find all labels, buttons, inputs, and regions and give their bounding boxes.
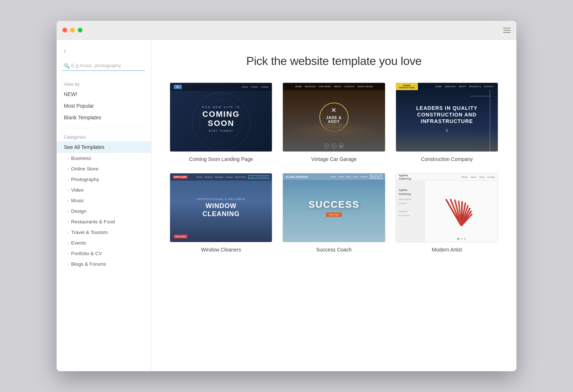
sidebar-item-new[interactable]: NEW!: [57, 88, 151, 100]
view-by-section: View by: [57, 78, 151, 88]
template-card-vintage-car[interactable]: HOMESERVICESOUR WORKABOUTCONTACTBOOK ONL…: [282, 82, 385, 162]
templates-grid: Site HomeTravelsContact OUR NEW SITE IS …: [170, 82, 498, 253]
chevron-right-icon: ›: [68, 251, 69, 256]
template-name-success-coach: Success Coach: [282, 247, 385, 253]
sidebar-item-business[interactable]: › Business: [57, 153, 151, 164]
search-container: 🔍: [62, 61, 145, 71]
chevron-right-icon: ›: [68, 199, 69, 203]
chevron-right-icon: ›: [68, 167, 69, 171]
template-thumbnail-success-coach: ALLEN JOHNSON HomeAboutBlogShopContact B…: [282, 173, 385, 242]
sidebar-item-events[interactable]: › Events: [57, 238, 151, 248]
sidebar-item-see-all[interactable]: See All Templates: [57, 141, 151, 153]
sidebar-item-design[interactable]: › Design: [57, 206, 151, 216]
sidebar-item-travel-tourism[interactable]: › Travel & Tourism: [57, 227, 151, 238]
carousel-dot: [461, 238, 462, 240]
template-thumbnail-construction: SPHERECONSTRUCTIONS HOMESERVICESABOUTPRO…: [396, 82, 498, 152]
template-card-construction[interactable]: SPHERECONSTRUCTIONS HOMESERVICESABOUTPRO…: [396, 82, 498, 162]
template-card-modern-artist[interactable]: AgathaKattelring WorksAboutShopContact A…: [396, 173, 498, 253]
hamburger-menu-icon[interactable]: [503, 28, 511, 33]
template-name-modern-artist: Modern Artist: [396, 247, 498, 253]
minimize-button[interactable]: [70, 28, 75, 32]
chevron-right-icon: ›: [68, 241, 69, 245]
template-card-coming-soon[interactable]: Site HomeTravelsContact OUR NEW SITE IS …: [170, 82, 272, 162]
sidebar-item-photography[interactable]: › Photography: [57, 174, 151, 185]
window-controls: [62, 28, 82, 32]
template-card-success-coach[interactable]: ALLEN JOHNSON HomeAboutBlogShopContact B…: [282, 173, 385, 253]
sidebar-item-most-popular[interactable]: Most Popular: [57, 100, 151, 112]
chevron-right-icon: ›: [68, 209, 69, 214]
template-name-coming-soon: Coming Soon Landing Page: [170, 156, 272, 162]
main-area: Pick the website template you love Site …: [151, 40, 516, 371]
page-title: Pick the website template you love: [170, 54, 498, 68]
back-button[interactable]: ‹: [57, 47, 151, 61]
template-name-construction: Construction Company: [396, 156, 498, 162]
maximize-button[interactable]: [78, 28, 82, 32]
chevron-right-icon: ›: [68, 177, 69, 182]
search-icon: 🔍: [64, 63, 70, 69]
carousel-dot: [464, 238, 466, 240]
app-window: ‹ 🔍 View by NEW! Most Popular Blank Temp…: [57, 21, 516, 371]
chevron-right-icon: ›: [68, 262, 69, 266]
template-thumbnail-coming-soon: Site HomeTravelsContact OUR NEW SITE IS …: [170, 82, 272, 152]
close-button[interactable]: [62, 28, 67, 32]
sidebar-item-online-store[interactable]: › Online Store: [57, 164, 151, 174]
chevron-right-icon: ›: [68, 230, 69, 235]
sidebar: ‹ 🔍 View by NEW! Most Popular Blank Temp…: [57, 40, 151, 371]
sidebar-item-portfolio-cv[interactable]: › Portfolio & CV: [57, 248, 151, 259]
sidebar-divider: [57, 128, 151, 128]
sidebar-item-video[interactable]: › Video: [57, 185, 151, 195]
chevron-right-icon: ›: [68, 220, 69, 224]
template-thumbnail-vintage-car: HOMESERVICESOUR WORKABOUTCONTACTBOOK ONL…: [282, 82, 385, 152]
categories-label: Categories: [57, 132, 151, 141]
template-name-vintage-car: Vintage Car Garage: [282, 156, 385, 162]
sidebar-item-restaurants-food[interactable]: › Restaurants & Food: [57, 216, 151, 227]
view-by-label: View by: [64, 82, 144, 87]
template-thumbnail-window-cleaners: SPOT LESS AboutServicesReviewsContactBoo…: [170, 173, 272, 242]
titlebar: [57, 21, 516, 40]
search-input[interactable]: [62, 61, 145, 71]
sidebar-item-blogs-forums[interactable]: › Blogs & Forums: [57, 259, 151, 269]
template-card-window-cleaners[interactable]: SPOT LESS AboutServicesReviewsContactBoo…: [170, 173, 272, 253]
back-arrow-icon: ‹: [64, 47, 66, 55]
chevron-right-icon: ›: [68, 156, 69, 161]
sidebar-item-blank-templates[interactable]: Blank Templates: [57, 112, 151, 123]
template-thumbnail-modern-artist: AgathaKattelring WorksAboutShopContact A…: [396, 173, 498, 242]
template-name-window-cleaners: Window Cleaners: [170, 247, 272, 253]
content-area: ‹ 🔍 View by NEW! Most Popular Blank Temp…: [57, 40, 516, 371]
chevron-right-icon: ›: [68, 188, 69, 192]
sidebar-item-music[interactable]: › Music: [57, 195, 151, 206]
carousel-dot-active: [457, 238, 459, 240]
